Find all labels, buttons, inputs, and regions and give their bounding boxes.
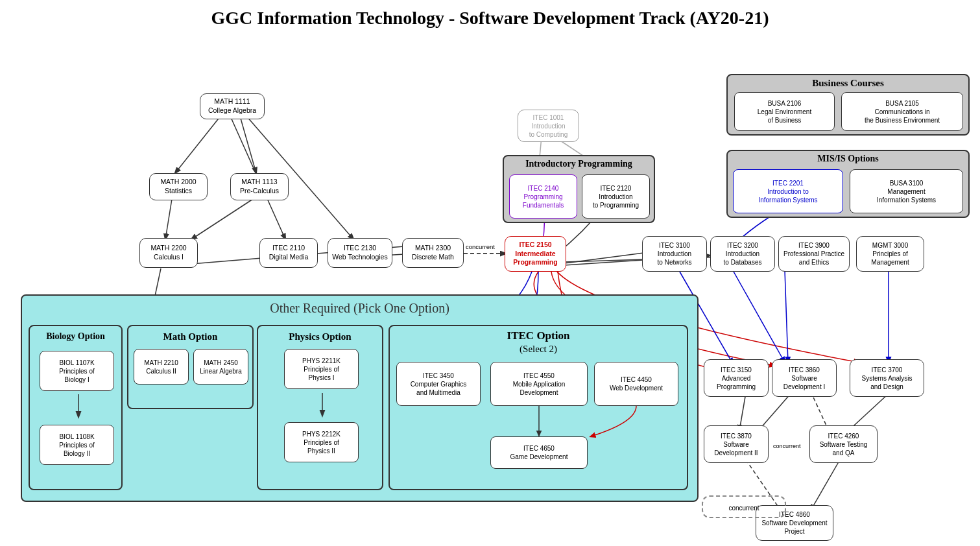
node-itec2120: ITEC 2120 Introduction to Programming — [582, 174, 650, 219]
business-title: Business Courses — [812, 78, 883, 89]
svg-line-25 — [811, 460, 840, 510]
node-phys2211k: PHYS 2211K Principles of Physics I — [284, 349, 359, 389]
node-biol1107k: BIOL 1107K Principles of Biology I — [40, 351, 114, 391]
node-itec2140: ITEC 2140 Programming Fundamentals — [509, 174, 577, 219]
math-option-title: Math Option — [163, 331, 218, 342]
node-itec3200: ITEC 3200 Introduction to Databases — [710, 236, 775, 272]
node-math2450: MATH 2450 Linear Algebra — [193, 349, 248, 385]
concurrent-label-1: concurrent — [466, 243, 495, 250]
node-itec4550: ITEC 4550 Mobile Application Development — [490, 362, 588, 406]
section-business: Business Courses BUSA 2106 Legal Environ… — [726, 74, 970, 136]
itec-option-sub: (Select 2) — [520, 344, 557, 355]
svg-line-11 — [564, 252, 649, 263]
node-math1111: MATH 1111 College Algebra — [200, 93, 265, 119]
node-itec2150: ITEC 2150 Intermediate Programming — [505, 236, 566, 272]
section-mis: MIS/IS Options ITEC 2201 Introduction to… — [726, 150, 970, 218]
svg-line-2 — [165, 199, 172, 239]
node-itec4260: ITEC 4260 Software Testing and QA — [809, 425, 878, 463]
node-itec3860: ITEC 3860 Software Development I — [772, 359, 837, 397]
section-other-required: Other Required (Pick One Option) Biology… — [21, 294, 699, 502]
node-itec3150: ITEC 3150 Advanced Programming — [704, 359, 769, 397]
concurrent-box: concurrent — [702, 495, 786, 518]
diagram-container: MATH 1111 College Algebra ITEC 1001 Intr… — [0, 32, 980, 546]
mis-title: MIS/IS Options — [817, 154, 879, 164]
svg-line-0 — [175, 116, 221, 173]
node-math2200: MATH 2200 Calculus I — [139, 238, 198, 268]
node-mgmt3000: MGMT 3000 Principles of Management — [856, 236, 924, 272]
node-itec2130: ITEC 2130 Web Technologies — [328, 238, 392, 268]
svg-line-1 — [240, 116, 256, 173]
node-math2300: MATH 2300 Discrete Math — [402, 238, 464, 268]
node-math2000: MATH 2000 Statistics — [149, 173, 208, 200]
other-required-title: Other Required (Pick One Option) — [270, 301, 449, 316]
section-introductory: Introductory Programming ITEC 2140 Progr… — [503, 155, 655, 223]
node-itec3700: ITEC 3700 Systems Analysis and Design — [850, 359, 924, 397]
node-phys2212k: PHYS 2212K Principles of Physics II — [284, 422, 359, 462]
node-itec3100: ITEC 3100 Introduction to Networks — [642, 236, 707, 272]
node-itec4650: ITEC 4650 Game Development — [490, 436, 588, 469]
node-math1113: MATH 1113 Pre-Calculus — [230, 173, 289, 200]
node-math2210: MATH 2210 Calculus II — [134, 349, 189, 385]
intro-prog-title: Introductory Programming — [525, 159, 632, 169]
node-busa2105: BUSA 2105 Communications in the Business… — [841, 92, 963, 131]
node-itec3900: ITEC 3900 Professional Practice and Ethi… — [778, 236, 850, 272]
node-itec3870: ITEC 3870 Software Development II — [704, 425, 769, 463]
physics-option-title: Physics Option — [289, 331, 351, 342]
page-title: GGC Information Technology - Software De… — [0, 0, 980, 32]
svg-line-3 — [191, 199, 253, 239]
concurrent-label-2: concurrent — [773, 443, 801, 449]
node-itec1001: ITEC 1001 Introduction to Computing — [518, 110, 579, 142]
node-biol1108k: BIOL 1108K Principles of Biology II — [40, 425, 114, 465]
node-itec4450: ITEC 4450 Web Development — [594, 362, 678, 406]
biology-option-title: Biology Option — [46, 331, 105, 342]
node-itec2201: ITEC 2201 Introduction to Information Sy… — [733, 169, 843, 213]
node-busa3100: BUSA 3100 Management Information Systems — [850, 169, 963, 213]
node-busa2106: BUSA 2106 Legal Environment of Business — [734, 92, 835, 131]
node-itec3450: ITEC 3450 Computer Graphics and Multimed… — [396, 362, 481, 406]
svg-line-18 — [785, 270, 788, 362]
node-itec2110: ITEC 2110 Digital Media — [259, 238, 318, 268]
svg-line-17 — [733, 270, 785, 362]
itec-option-title: ITEC Option — [507, 329, 570, 342]
